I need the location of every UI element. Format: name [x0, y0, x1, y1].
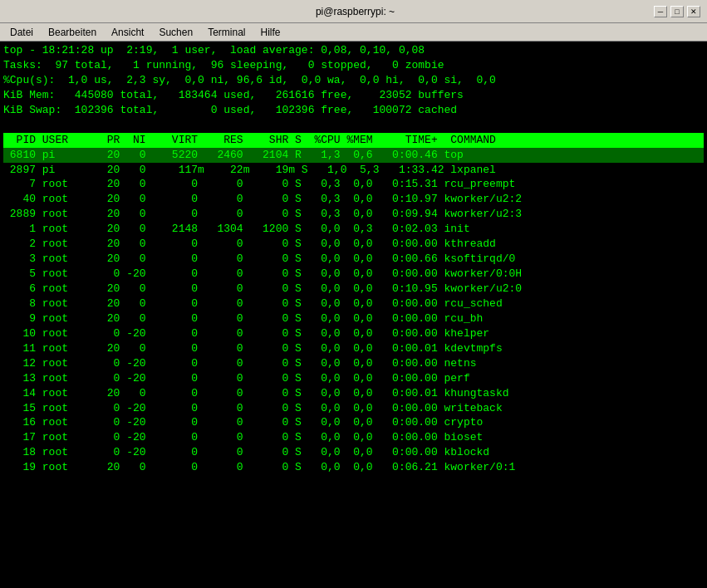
table-row: 17 root 0 -20 0 0 0 S 0,0 0,0 0:00.00 bi… — [3, 430, 704, 445]
title-bar: pi@raspberrypi: ~ ─ □ ✕ — [0, 0, 707, 23]
close-button[interactable]: ✕ — [687, 6, 700, 17]
table-row: 1 root 20 0 2148 1304 1200 S 0,0 0,3 0:0… — [3, 222, 704, 237]
table-row: 8 root 20 0 0 0 0 S 0,0 0,0 0:00.00 rcu_… — [3, 296, 704, 311]
window-title: pi@raspberrypi: ~ — [56, 6, 654, 17]
table-row: 6810 pi 20 0 5220 2460 2104 R 1,3 0,6 0:… — [3, 148, 704, 163]
minimize-button[interactable]: ─ — [654, 6, 667, 17]
terminal-line: KiB Swap: 102396 total, 0 used, 102396 f… — [3, 103, 704, 118]
table-row: 7 root 20 0 0 0 0 S 0,3 0,0 0:15.31 rcu_… — [3, 177, 704, 192]
table-row: 5 root 0 -20 0 0 0 S 0,0 0,0 0:00.00 kwo… — [3, 267, 704, 282]
table-row: 9 root 20 0 0 0 0 S 0,0 0,0 0:00.00 rcu_… — [3, 311, 704, 326]
menu-item-ansicht[interactable]: Ansicht — [105, 25, 150, 40]
window-controls: ─ □ ✕ — [654, 6, 700, 17]
table-row: 3 root 20 0 0 0 0 S 0,0 0,0 0:00.66 ksof… — [3, 252, 704, 267]
menu-item-suchen[interactable]: Suchen — [152, 25, 199, 40]
menu-item-hilfe[interactable]: Hilfe — [253, 25, 287, 40]
table-row: 15 root 0 -20 0 0 0 S 0,0 0,0 0:00.00 wr… — [3, 401, 704, 416]
table-row: 13 root 0 -20 0 0 0 S 0,0 0,0 0:00.00 pe… — [3, 371, 704, 386]
terminal-area[interactable]: top - 18:21:28 up 2:19, 1 user, load ave… — [0, 42, 707, 588]
table-row: 10 root 0 -20 0 0 0 S 0,0 0,0 0:00.00 kh… — [3, 326, 704, 341]
menu-item-datei[interactable]: Datei — [3, 25, 40, 40]
terminal-line: KiB Mem: 445080 total, 183464 used, 2616… — [3, 88, 704, 103]
table-row: 18 root 0 -20 0 0 0 S 0,0 0,0 0:00.00 kb… — [3, 445, 704, 460]
menu-item-terminal[interactable]: Terminal — [201, 25, 252, 40]
table-row: 14 root 20 0 0 0 0 S 0,0 0,0 0:00.01 khu… — [3, 386, 704, 401]
table-row: 16 root 0 -20 0 0 0 S 0,0 0,0 0:00.00 cr… — [3, 415, 704, 430]
terminal-line: top - 18:21:28 up 2:19, 1 user, load ave… — [3, 43, 704, 58]
table-row: 12 root 0 -20 0 0 0 S 0,0 0,0 0:00.00 ne… — [3, 356, 704, 371]
table-header: PID USER PR NI VIRT RES SHR S %CPU %MEM … — [3, 133, 704, 148]
terminal-line: %Cpu(s): 1,0 us, 2,3 sy, 0,0 ni, 96,6 id… — [3, 73, 704, 88]
table-row: 2897 pi 20 0 117m 22m 19m S 1,0 5,3 1:33… — [3, 163, 704, 178]
menu-item-bearbeiten[interactable]: Bearbeiten — [42, 25, 103, 40]
table-row: 40 root 20 0 0 0 0 S 0,3 0,0 0:10.97 kwo… — [3, 192, 704, 207]
table-row: 11 root 20 0 0 0 0 S 0,0 0,0 0:00.01 kde… — [3, 341, 704, 356]
table-row: 19 root 20 0 0 0 0 S 0,0 0,0 0:06.21 kwo… — [3, 460, 704, 475]
maximize-button[interactable]: □ — [670, 6, 684, 17]
menu-bar: DateiBearbeitenAnsichtSuchenTerminalHilf… — [0, 23, 707, 42]
table-row: 2889 root 20 0 0 0 0 S 0,3 0,0 0:09.94 k… — [3, 207, 704, 222]
table-row: 2 root 20 0 0 0 0 S 0,0 0,0 0:00.00 kthr… — [3, 237, 704, 252]
terminal-line: Tasks: 97 total, 1 running, 96 sleeping,… — [3, 58, 704, 73]
table-row: 6 root 20 0 0 0 0 S 0,0 0,0 0:10.95 kwor… — [3, 282, 704, 296]
